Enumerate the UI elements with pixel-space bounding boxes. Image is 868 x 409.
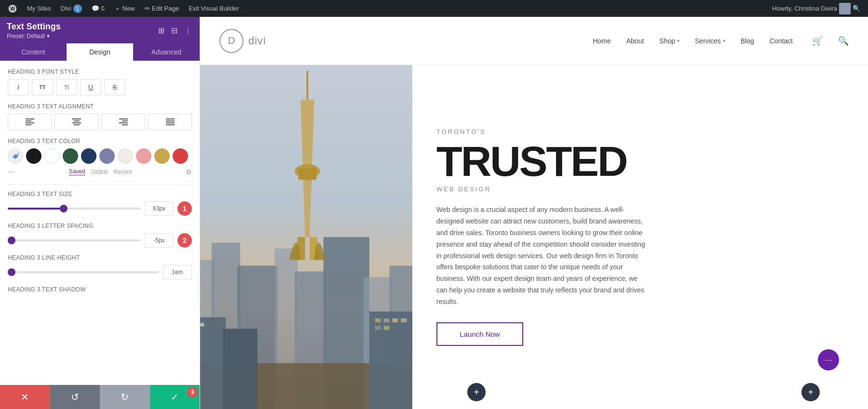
uppercase-btn[interactable]: TT: [32, 79, 53, 95]
slate-purple-swatch[interactable]: [99, 148, 115, 164]
my-sites-label: My Sites: [27, 5, 51, 12]
site-content-wrapper: TORONTO'S TRUSTED WEB DESIGN Web design …: [200, 65, 868, 409]
navy-swatch[interactable]: [81, 148, 96, 164]
alignment-buttons: [8, 114, 192, 130]
step-2-badge: 2: [177, 233, 192, 248]
dots-icon: ···: [825, 355, 832, 365]
new-menu[interactable]: ＋ New: [110, 0, 139, 17]
svg-rect-39: [200, 323, 204, 327]
letter-spacing-track[interactable]: [8, 239, 141, 241]
nav-about[interactable]: About: [626, 37, 644, 45]
svg-rect-11: [122, 120, 128, 121]
svg-rect-4: [26, 122, 34, 123]
hero-heading: TRUSTED: [436, 140, 844, 183]
white-swatch[interactable]: [44, 148, 60, 164]
recent-tab[interactable]: Recent: [113, 169, 132, 175]
site-nav: D divi Home About Shop ▾ Services ▾ Blog…: [200, 17, 868, 65]
layout-icon[interactable]: ⊟: [170, 25, 178, 36]
svg-rect-43: [384, 318, 390, 322]
letter-spacing-value[interactable]: -5px: [145, 233, 174, 248]
user-greeting[interactable]: Howdy, Christina Gwira 🔍: [768, 0, 864, 17]
floating-dots-button[interactable]: ···: [818, 349, 839, 370]
logo-icon: D: [219, 29, 244, 53]
user-avatar: [839, 3, 851, 14]
nav-services[interactable]: Services ▾: [695, 37, 725, 45]
color-tabs: ··· Saved Global Recent ⚙: [8, 167, 192, 177]
cancel-button[interactable]: ✕: [0, 385, 50, 409]
redo-button[interactable]: ↻: [100, 385, 150, 409]
add-section-button-2[interactable]: +: [801, 383, 820, 401]
search-admin-icon[interactable]: 🔍: [853, 5, 860, 12]
line-height-track[interactable]: [8, 271, 159, 273]
launch-now-button[interactable]: Launch Now: [436, 322, 523, 346]
panel-content: Heading 3 Font Style I TT Tt U S Heading…: [0, 61, 200, 385]
global-tab[interactable]: Global: [91, 169, 108, 175]
exit-builder-btn[interactable]: Exit Visual Builder: [185, 0, 243, 17]
dark-green-swatch[interactable]: [63, 148, 78, 164]
divider-1: [8, 185, 192, 185]
svg-rect-13: [122, 124, 128, 125]
wordpress-icon[interactable]: W: [4, 0, 21, 17]
align-right-btn[interactable]: [101, 114, 145, 130]
text-size-fill: [8, 208, 64, 210]
new-icon: ＋: [114, 4, 121, 13]
saved-tab[interactable]: Saved: [69, 168, 85, 175]
site-menu: Home About Shop ▾ Services ▾ Blog Contac…: [593, 36, 849, 46]
cream-swatch[interactable]: [118, 148, 133, 164]
italic-btn[interactable]: I: [8, 79, 29, 95]
nav-blog[interactable]: Blog: [741, 37, 754, 45]
align-justify-btn[interactable]: [148, 114, 192, 130]
red-swatch[interactable]: [173, 148, 188, 164]
text-size-thumb[interactable]: [60, 205, 68, 212]
nav-shop[interactable]: Shop ▾: [659, 37, 679, 45]
panel-preset[interactable]: Preset: Default ▾: [7, 33, 61, 40]
svg-rect-44: [393, 318, 398, 322]
hero-body: Web design is a crucial aspect of any mo…: [436, 204, 649, 307]
tab-design[interactable]: Design: [67, 43, 133, 61]
align-left-btn[interactable]: [8, 114, 52, 130]
comments-count: 0: [101, 5, 105, 12]
search-icon[interactable]: 🔍: [838, 36, 849, 46]
undo-button[interactable]: ↺: [50, 385, 100, 409]
capitalize-btn[interactable]: Tt: [56, 79, 77, 95]
svg-rect-3: [26, 120, 31, 121]
strikethrough-btn[interactable]: S: [104, 79, 125, 95]
my-sites-menu[interactable]: My Sites: [23, 0, 55, 17]
cart-icon[interactable]: 🛒: [812, 36, 823, 46]
text-size-section: Heading 3 Text Size 63px 1: [8, 191, 192, 216]
underline-btn[interactable]: U: [80, 79, 101, 95]
divi-menu[interactable]: Divi 1: [57, 0, 86, 17]
tab-advanced[interactable]: Advanced: [133, 43, 200, 61]
main-layout: Text Settings Preset: Default ▾ ⊞ ⊟ ⋮ Co…: [0, 17, 868, 409]
font-style-label: Heading 3 Font Style: [8, 68, 192, 75]
save-button[interactable]: ✓ 3: [150, 385, 200, 409]
color-settings-icon[interactable]: ⚙: [186, 168, 192, 176]
nav-home[interactable]: Home: [593, 37, 610, 45]
pink-swatch[interactable]: [136, 148, 151, 164]
svg-rect-15: [166, 120, 175, 121]
edit-label: Edit Page: [152, 5, 179, 12]
line-height-thumb[interactable]: [8, 268, 15, 276]
exit-label: Exit Visual Builder: [189, 5, 239, 12]
svg-rect-45: [401, 318, 407, 322]
expand-icon[interactable]: ⊞: [157, 25, 165, 36]
svg-rect-34: [200, 317, 226, 409]
letter-spacing-thumb[interactable]: [8, 237, 15, 244]
line-height-value[interactable]: 1em: [163, 265, 192, 279]
save-icon: ✓: [171, 391, 179, 403]
eyedropper-swatch[interactable]: [8, 148, 23, 164]
more-icon[interactable]: ⋮: [183, 25, 193, 36]
text-size-track[interactable]: [8, 208, 141, 210]
edit-page-btn[interactable]: ✏ Edit Page: [141, 0, 183, 17]
nav-contact[interactable]: Contact: [770, 37, 793, 45]
comments-icon: 💬: [92, 5, 99, 12]
add-section-button-1[interactable]: +: [467, 383, 486, 401]
site-logo: D divi: [219, 29, 266, 53]
text-size-value[interactable]: 63px: [145, 201, 174, 216]
color-more-btn[interactable]: ···: [8, 167, 15, 177]
tab-content[interactable]: Content: [0, 43, 67, 61]
align-center-btn[interactable]: [54, 114, 98, 130]
black-swatch[interactable]: [26, 148, 41, 164]
gold-swatch[interactable]: [154, 148, 170, 164]
comments-menu[interactable]: 💬 0: [88, 0, 108, 17]
